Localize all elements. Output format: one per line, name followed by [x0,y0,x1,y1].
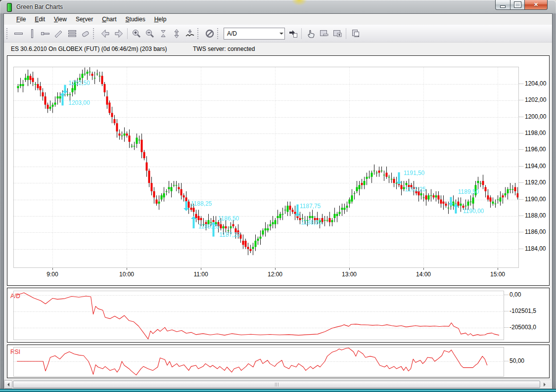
arrow-forward-button[interactable] [112,27,125,40]
price-chart-canvas[interactable] [14,67,518,267]
study-selector-combobox[interactable]: A/D [224,28,285,40]
horizontal-line-tool-button[interactable] [12,27,25,40]
close-button[interactable]: ✕ [524,0,548,10]
zoom-in-button[interactable] [130,27,143,40]
arrow-back-button[interactable] [98,27,112,40]
x-axis-tick [275,268,276,270]
horizontal-ray-tool-button[interactable] [39,27,52,40]
scroll-left-button[interactable] [4,380,12,389]
menu-item-view[interactable]: View [49,14,71,24]
axis-tick-leader [519,117,523,117]
toolbar-grip[interactable] [197,28,202,39]
x-axis-tick [52,268,53,270]
horizontal-ray-tool-icon [41,29,50,39]
expand-vertical-button[interactable] [170,27,183,40]
zoom-out-button[interactable] [143,27,156,40]
menu-item-chart[interactable]: Chart [97,14,121,24]
trade-price-label: 1186,50 [218,215,239,222]
x-axis-label: 9:00 [40,271,65,278]
rsi-study-panel: RSI 50,00 [7,345,550,378]
minimize-button[interactable] [495,0,510,10]
x-axis-label: 13:00 [337,271,362,278]
y-axis-label: 1200,00 [525,113,546,120]
minimize-icon [500,5,506,8]
trade-price-label: 1191,50 [404,170,425,176]
scroll-right-icon[interactable] [544,383,548,387]
compress-vertical-button[interactable] [156,27,170,40]
horizontal-scrollbar[interactable] [4,380,551,388]
snap-scale-button[interactable] [183,27,196,40]
y-axis-label: 1184,00 [525,245,546,252]
y-axis-label: -205003,0 [510,324,536,331]
window-bottom-border [0,389,556,392]
toolbar-separator [301,28,302,39]
scroll-left-icon [5,383,9,387]
title-bar[interactable]: Green Bar Charts ✕ [0,0,556,14]
y-axis-label: 50,00 [510,357,524,364]
study-selector-value: A/D [224,30,278,37]
rsi-plot[interactable] [13,347,504,377]
apply-study-button[interactable] [286,27,299,40]
scrollbar-thumb[interactable] [13,381,540,388]
window-controls: ✕ [495,0,548,10]
close-icon: ✕ [534,1,538,8]
snap-scale-icon [185,29,195,39]
toolbar-grip[interactable] [93,28,97,39]
chevron-down-icon[interactable] [278,28,284,39]
arrow-back-icon [100,29,110,39]
rsi-study-canvas[interactable] [14,348,504,376]
menu-item-studies[interactable]: Studies [121,14,150,24]
vertical-line-tool-icon [27,29,37,39]
menu-item-help[interactable]: Help [150,14,171,24]
status-line: ES 30.6.2010 On GLOBEX (FUT) (0d 06:46/2… [4,43,552,54]
menu-item-file[interactable]: File [12,14,30,24]
trade-price-label: 1192,25 [405,186,426,193]
maximize-button[interactable] [510,0,524,10]
axis-tick-leader [519,84,523,84]
price-plot[interactable] [13,67,519,268]
window-title: Green Bar Charts [16,3,63,10]
axis-tick-leader [519,100,523,100]
toolbar-grip[interactable] [6,28,11,39]
x-axis-tick [349,268,350,270]
menu-bar: FileEditViewServerChartStudiesHelp [4,14,552,25]
zoom-out-icon [145,29,155,39]
toolbar-separator [346,28,346,39]
axis-tick-leader [519,249,523,249]
price-levels-tool-button[interactable] [65,27,79,40]
price-levels-tool-icon [67,29,77,39]
trend-line-tool-button[interactable] [52,27,65,40]
toolbar-grip[interactable] [217,28,222,39]
trade-price-label: 1188,25 [198,223,220,230]
menu-item-edit[interactable]: Edit [30,14,49,24]
client-area: FileEditViewServerChartStudiesHelp A/D E… [4,14,552,389]
ad-plot[interactable] [13,291,504,340]
add-panel-button[interactable] [330,27,344,40]
remove-panel-button[interactable] [317,27,330,40]
x-axis-label: 15:00 [485,271,510,278]
vertical-line-tool-button[interactable] [25,27,39,40]
eraser-tool-button[interactable] [79,27,92,40]
axis-tick-leader [519,182,523,183]
x-axis-tick [423,268,424,270]
y-axis-label: 1186,00 [525,228,546,235]
y-axis-label: 0,00 [510,291,521,298]
apply-study-icon [288,29,298,39]
x-axis-label: 11:00 [188,271,213,278]
y-axis-label: 1192,00 [525,179,546,186]
hand-pointer-button[interactable] [304,27,317,40]
x-axis-label: 12:00 [263,271,287,278]
ad-study-canvas[interactable] [14,291,504,340]
server-status: TWS server: connected [193,45,255,52]
arrange-windows-icon [350,29,360,39]
hand-pointer-icon [306,29,316,39]
axis-tick-leader [504,295,509,295]
disable-drawing-button[interactable] [203,27,216,40]
arrow-forward-icon [114,29,124,39]
axis-tick-leader [519,199,523,200]
compress-vertical-icon [158,29,168,39]
menu-item-server[interactable]: Server [71,14,97,24]
y-axis-label: 1198,00 [525,130,546,136]
arrange-windows-button[interactable] [348,27,362,40]
eraser-tool-icon [81,29,91,39]
